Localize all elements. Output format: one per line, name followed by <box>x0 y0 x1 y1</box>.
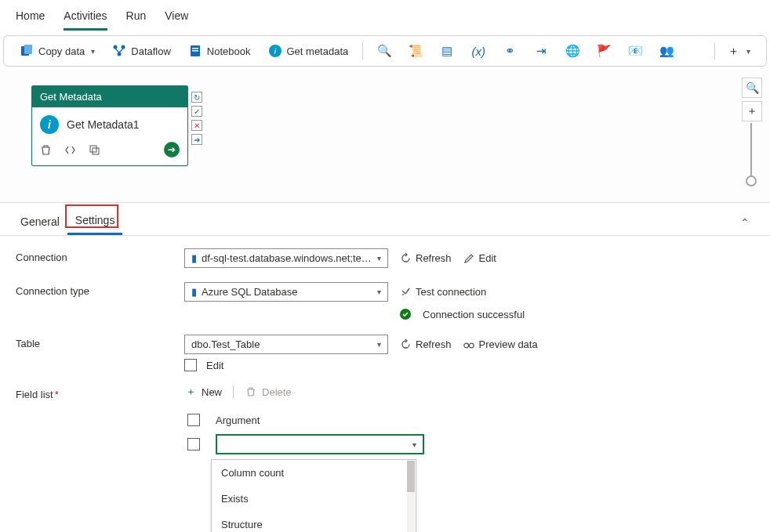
chevron-up-icon: ⌃ <box>740 216 750 229</box>
dataflow-button[interactable]: Dataflow <box>106 41 177 61</box>
annotation-highlight <box>65 204 118 228</box>
table-dropdown[interactable]: dbo.Test_Table ▾ <box>184 335 388 354</box>
notebook-icon <box>188 44 202 58</box>
connection-success-text: Connection successful <box>423 309 525 320</box>
connection-value: df-sql-test.database.windows.net;tes... <box>202 252 372 264</box>
handle-sync-icon[interactable]: ↻ <box>191 92 202 103</box>
globe-icon: 🌐 <box>565 44 579 58</box>
table-label: Table <box>16 335 184 349</box>
flag-icon: 🚩 <box>597 44 611 58</box>
notebook-label: Notebook <box>207 45 251 57</box>
chevron-down-icon: ▾ <box>91 47 95 56</box>
argument-row-checkbox[interactable] <box>187 438 200 451</box>
settings-form: Connection ▮ df-sql-test.database.window… <box>0 236 770 532</box>
plus-icon: ＋ <box>726 44 740 58</box>
tab-activities[interactable]: Activities <box>64 5 107 31</box>
test-connection-icon <box>399 286 412 299</box>
tab-view[interactable]: View <box>165 5 188 31</box>
connection-dropdown[interactable]: ▮ df-sql-test.database.windows.net;tes..… <box>184 248 388 268</box>
plus-icon: ＋ <box>746 104 757 118</box>
argument-column-header: Argument <box>216 414 260 426</box>
new-argument-button[interactable]: ＋ New <box>184 385 222 398</box>
svg-point-12 <box>402 294 404 295</box>
option-exists[interactable]: Exists <box>212 486 416 512</box>
tab-run[interactable]: Run <box>126 5 147 31</box>
delete-icon[interactable] <box>40 144 52 156</box>
outlook-icon: 📧 <box>628 44 642 58</box>
handle-success-icon[interactable]: ✓ <box>191 106 202 117</box>
chevron-down-icon: ▾ <box>377 288 381 296</box>
refresh-table-button[interactable]: Refresh <box>399 338 452 351</box>
refresh-connection-button[interactable]: Refresh <box>399 252 452 265</box>
argument-dropdown[interactable]: ▾ <box>216 434 424 454</box>
handle-skip-icon[interactable]: ➔ <box>191 134 202 145</box>
svg-point-2 <box>114 45 118 49</box>
copy-data-button[interactable]: Copy data ▾ <box>13 41 101 61</box>
database-icon: ▮ <box>191 286 197 298</box>
chevron-down-icon: ▾ <box>377 254 381 262</box>
data-icon-button[interactable]: ⇥ <box>528 41 554 61</box>
plus-icon: ＋ <box>184 385 197 398</box>
glasses-icon <box>463 338 475 351</box>
delete-argument-button[interactable]: Delete <box>245 385 292 398</box>
connection-type-dropdown[interactable]: ▮ Azure SQL Database ▾ <box>184 282 388 302</box>
web-icon-button[interactable]: 🌐 <box>559 41 586 61</box>
copy-icon[interactable] <box>89 144 100 156</box>
top-tab-bar: Home Activities Run View <box>0 0 770 31</box>
select-all-checkbox[interactable] <box>187 414 200 426</box>
svg-rect-1 <box>24 45 32 54</box>
list-icon: ▤ <box>440 44 454 58</box>
pipeline-canvas[interactable]: Get Metadata i Get Metadata1 ➔ ↻ ✓ ✕ ➔ 🔍… <box>0 70 770 203</box>
toolbar-separator <box>362 42 363 60</box>
node-output-handles: ↻ ✓ ✕ ➔ <box>191 92 202 145</box>
tab-general[interactable]: General <box>13 211 67 234</box>
connection-type-label: Connection type <box>16 282 184 297</box>
properties-tab-bar: General Settings ⌃ <box>0 203 770 236</box>
field-list-label: Field list* <box>16 385 184 400</box>
svg-rect-10 <box>90 146 96 152</box>
tab-home[interactable]: Home <box>16 5 45 31</box>
notebook-button[interactable]: Notebook <box>182 41 257 61</box>
variable-icon-button[interactable]: (x) <box>465 41 492 61</box>
preview-data-button[interactable]: Preview data <box>463 338 538 351</box>
canvas-add-button[interactable]: ＋ <box>742 101 762 121</box>
scrollbar-thumb[interactable] <box>407 461 415 492</box>
argument-table: Argument ▾ Column count Exists Structure <box>184 409 427 532</box>
handle-fail-icon[interactable]: ✕ <box>191 120 202 131</box>
search-icon-button[interactable]: 🔍 <box>371 41 398 61</box>
copy-data-label: Copy data <box>38 45 85 57</box>
lookup-icon: ⚭ <box>503 44 517 58</box>
add-activity-button[interactable]: ＋ ▾ <box>720 41 757 61</box>
option-structure[interactable]: Structure <box>212 512 416 532</box>
edit-checkbox[interactable] <box>184 359 197 371</box>
search-icon: 🔍 <box>377 44 391 58</box>
list-icon-button[interactable]: ▤ <box>434 41 460 61</box>
canvas-search-button[interactable]: 🔍 <box>742 78 762 98</box>
database-icon: ▮ <box>191 252 197 264</box>
refresh-icon <box>399 338 412 351</box>
zoom-handle[interactable] <box>746 176 757 186</box>
outlook-icon-button[interactable]: 📧 <box>622 41 648 61</box>
activity-node[interactable]: Get Metadata i Get Metadata1 ➔ <box>31 85 188 166</box>
svg-point-3 <box>122 45 125 49</box>
activity-node-title: Get Metadata <box>32 86 187 107</box>
test-connection-button[interactable]: Test connection <box>399 286 486 299</box>
teams-icon-button[interactable]: 👥 <box>653 41 680 61</box>
collapse-button[interactable]: ⌃ <box>732 213 757 232</box>
svg-point-15 <box>469 343 474 348</box>
svg-rect-11 <box>93 148 99 154</box>
copy-data-icon <box>20 44 34 58</box>
separator <box>233 385 234 398</box>
run-icon[interactable]: ➔ <box>164 142 180 157</box>
code-icon[interactable] <box>64 144 76 156</box>
lookup-icon-button[interactable]: ⚭ <box>496 41 523 61</box>
get-metadata-button[interactable]: i Get metadata <box>262 41 355 61</box>
script-icon-button[interactable]: 📜 <box>402 41 429 61</box>
pencil-icon <box>463 252 475 265</box>
option-column-count[interactable]: Column count <box>212 460 416 486</box>
svg-point-14 <box>463 343 468 348</box>
zoom-track <box>750 123 752 178</box>
flag-icon-button[interactable]: 🚩 <box>590 41 617 61</box>
activity-node-label: Get Metadata1 <box>67 118 140 131</box>
edit-connection-button[interactable]: Edit <box>463 252 496 265</box>
